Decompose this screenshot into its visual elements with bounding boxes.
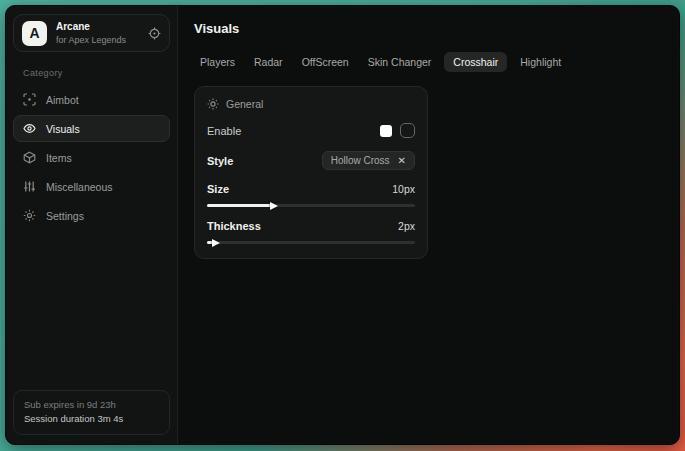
style-label: Style [207,155,233,167]
tab-radar[interactable]: Radar [248,52,289,72]
sidebar-nav: Aimbot Visuals Items [13,86,170,229]
thickness-row: Thickness 2px [207,220,415,232]
page-title: Visuals [194,21,663,36]
enable-checkbox[interactable] [400,123,415,138]
color-swatch[interactable] [380,125,392,137]
tab-offscreen[interactable]: OffScreen [296,52,355,72]
style-select[interactable]: Hollow Cross ✕ [322,151,415,170]
size-slider[interactable] [207,204,415,207]
app-tagline: for Apex Legends [56,35,139,45]
main-content: Visuals Players Radar OffScreen Skin Cha… [178,6,679,444]
sidebar-item-aimbot[interactable]: Aimbot [13,86,170,113]
category-label: Category [23,68,170,78]
app-window: A Arcane for Apex Legends Category [5,5,680,445]
thickness-slider[interactable] [207,241,415,244]
clear-icon[interactable]: ✕ [398,156,406,166]
sub-expires-text: Sub expires in 9d 23h [24,398,159,412]
panel-header: General [207,98,415,110]
enable-label: Enable [207,125,241,137]
sidebar-item-label: Items [46,152,72,164]
tab-skin-changer[interactable]: Skin Changer [362,52,438,72]
enable-row: Enable [207,123,415,138]
app-logo: A [22,21,47,46]
size-row: Size 10px [207,183,415,195]
sidebar-item-label: Miscellaneous [46,181,113,193]
sidebar-item-miscellaneous[interactable]: Miscellaneous [13,173,170,200]
profile-text: Arcane for Apex Legends [56,21,139,45]
sidebar-item-label: Visuals [46,123,80,135]
tab-bar: Players Radar OffScreen Skin Changer Cro… [194,52,663,72]
size-slider-fill [207,204,271,207]
tab-players[interactable]: Players [194,52,241,72]
size-value: 10px [392,183,415,195]
thickness-slider-thumb[interactable] [212,239,220,247]
style-row: Style Hollow Cross ✕ [207,151,415,170]
sidebar-item-visuals[interactable]: Visuals [13,115,170,142]
panel-title: General [226,98,263,110]
cube-icon [23,151,36,164]
profile-card[interactable]: A Arcane for Apex Legends [13,14,170,52]
gear-icon [23,209,36,222]
size-label: Size [207,183,229,195]
enable-controls [380,123,415,138]
sidebar-item-settings[interactable]: Settings [13,202,170,229]
app-name: Arcane [56,21,139,33]
general-panel: General Enable Style Hollow Cross ✕ Size… [194,86,428,259]
session-duration-text: Session duration 3m 4s [24,412,159,426]
thickness-label: Thickness [207,220,261,232]
sliders-icon [23,180,36,193]
target-icon[interactable] [148,27,161,40]
tab-highlight[interactable]: Highlight [514,52,567,72]
sidebar-item-label: Aimbot [46,94,79,106]
style-selected-value: Hollow Cross [331,155,390,166]
size-slider-thumb[interactable] [270,202,278,210]
crosshair-icon [23,93,36,106]
sidebar-item-label: Settings [46,210,84,222]
sidebar: A Arcane for Apex Legends Category [6,6,178,444]
sun-gear-icon [207,98,219,110]
sidebar-spacer [13,229,170,390]
sidebar-item-items[interactable]: Items [13,144,170,171]
eye-icon [23,122,36,135]
subscription-card: Sub expires in 9d 23h Session duration 3… [13,390,170,436]
thickness-value: 2px [398,220,415,232]
tab-crosshair[interactable]: Crosshair [444,52,507,72]
thickness-slider-fill [207,241,213,244]
